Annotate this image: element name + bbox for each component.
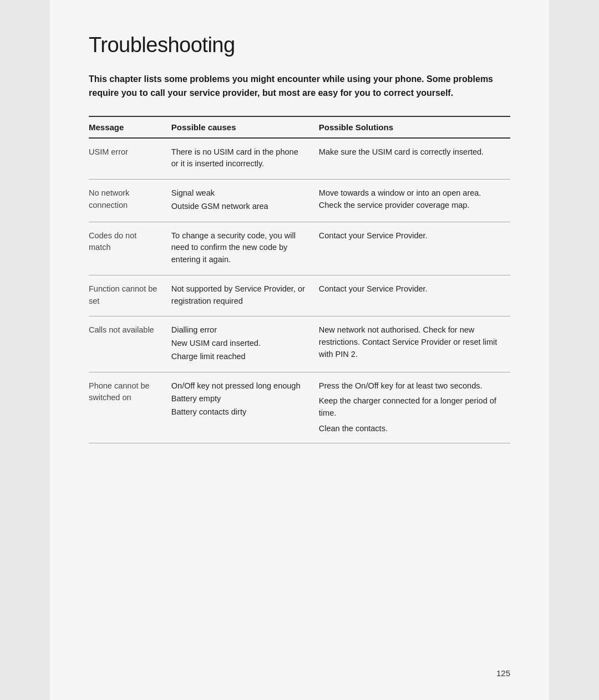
page-number: 125 <box>496 668 510 678</box>
solution-item: Contact your Service Provider. <box>319 230 504 242</box>
cause-item: New USIM card inserted. <box>171 338 306 350</box>
solution-item: New network not authorised. Check for ne… <box>319 324 504 360</box>
cell-solutions: Contact your Service Provider. <box>312 275 510 316</box>
cause-item: Battery empty <box>171 393 306 405</box>
cell-causes: Signal weakOutside GSM network area <box>165 180 312 222</box>
header-message: Message <box>89 116 165 138</box>
cause-item: Battery contacts dirty <box>171 406 306 418</box>
cell-causes: To change a security code, you will need… <box>165 222 312 275</box>
solution-item: Move towards a window or into an open ar… <box>319 187 504 212</box>
cell-causes: There is no USIM card in the phone or it… <box>165 138 312 180</box>
cause-item: Dialling error <box>171 324 306 336</box>
cell-causes: On/Off key not pressed long enoughBatter… <box>165 372 312 443</box>
table-row: No network connectionSignal weakOutside … <box>89 180 510 222</box>
cell-solutions: Make sure the USIM card is correctly ins… <box>312 138 510 180</box>
intro-paragraph: This chapter lists some problems you mig… <box>89 73 510 100</box>
cell-message: Codes do not match <box>89 222 165 275</box>
cause-item: Signal weak <box>171 187 306 200</box>
solution-item: Make sure the USIM card is correctly ins… <box>319 146 504 159</box>
cell-message: No network connection <box>89 180 165 222</box>
cell-causes: Dialling errorNew USIM card inserted.Cha… <box>165 316 312 372</box>
solution-item: Clean the contacts. <box>319 423 504 435</box>
cell-solutions: Press the On/Off key for at least two se… <box>312 372 510 443</box>
cell-message: USIM error <box>89 138 165 180</box>
table-row: Calls not availableDialling errorNew USI… <box>89 316 510 372</box>
troubleshooting-table: Message Possible causes Possible Solutio… <box>89 116 510 443</box>
cell-message: Phone cannot be switched on <box>89 372 165 443</box>
solution-item: Keep the charger connected for a longer … <box>319 395 504 420</box>
header-causes: Possible causes <box>165 116 312 138</box>
cause-item: To change a security code, you will need… <box>171 230 306 266</box>
table-row: Codes do not matchTo change a security c… <box>89 222 510 275</box>
table-row: Phone cannot be switched onOn/Off key no… <box>89 372 510 443</box>
cell-solutions: New network not authorised. Check for ne… <box>312 316 510 372</box>
cause-item: Not supported by Service Provider, or re… <box>171 283 306 308</box>
cell-solutions: Contact your Service Provider. <box>312 222 510 275</box>
solution-item: Contact your Service Provider. <box>319 283 504 295</box>
header-solutions: Possible Solutions <box>312 116 510 138</box>
page-title: Troubleshooting <box>89 33 510 57</box>
table-row: USIM errorThere is no USIM card in the p… <box>89 138 510 180</box>
cause-item: There is no USIM card in the phone or it… <box>171 146 306 171</box>
cause-item: Charge limit reached <box>171 351 306 363</box>
solution-item: Press the On/Off key for at least two se… <box>319 380 504 392</box>
cell-message: Calls not available <box>89 316 165 372</box>
cell-solutions: Move towards a window or into an open ar… <box>312 180 510 222</box>
page-container: Troubleshooting This chapter lists some … <box>50 0 549 700</box>
cause-item: Outside GSM network area <box>171 201 306 213</box>
table-row: Function cannot be setNot supported by S… <box>89 275 510 316</box>
cause-item: On/Off key not pressed long enough <box>171 380 306 392</box>
cell-causes: Not supported by Service Provider, or re… <box>165 275 312 316</box>
cell-message: Function cannot be set <box>89 275 165 316</box>
table-header-row: Message Possible causes Possible Solutio… <box>89 116 510 138</box>
